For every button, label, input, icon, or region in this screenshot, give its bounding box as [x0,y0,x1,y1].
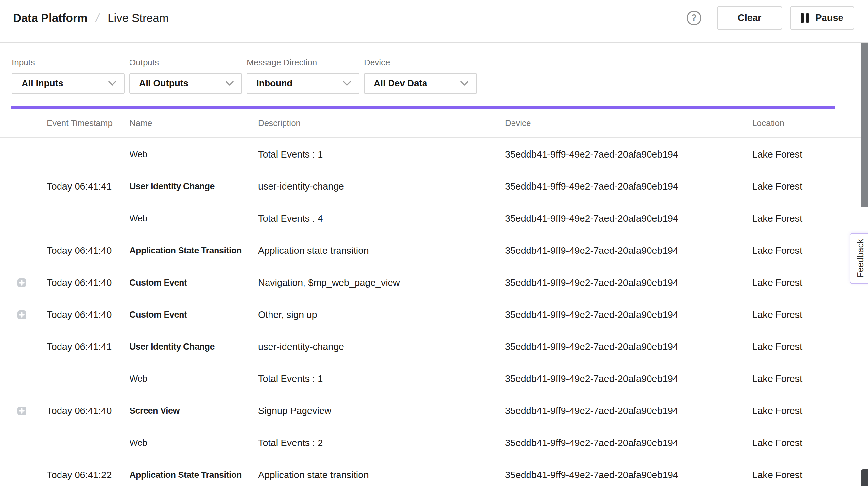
event-name: Application State Transition [129,470,258,480]
event-name: Custom Event [129,278,258,288]
table-row[interactable]: Today 06:41:40 Custom Event Other, sign … [0,299,868,331]
expand-cell [0,406,47,415]
vertical-scrollbar-thumb[interactable] [862,43,868,207]
event-description: Total Events : 4 [258,213,505,224]
filter-group: Message Direction Inbound [247,58,360,94]
event-name: Web [129,214,258,224]
event-device: 35eddb41-9ff9-49e2-7aed-20afa90eb194 [505,405,752,416]
help-icon[interactable]: ? [687,11,701,25]
event-device: 35eddb41-9ff9-49e2-7aed-20afa90eb194 [505,341,752,352]
table-row[interactable]: Today 06:41:40 Custom Event Navigation, … [0,267,868,299]
event-name: User Identity Change [129,182,258,192]
filter-label: Device [364,58,477,68]
filter-selected-value: All Dev Data [374,78,427,89]
chevron-down-icon [226,81,234,86]
table-row[interactable]: Web Total Events : 1 35eddb41-9ff9-49e2-… [0,138,868,171]
filter-group: Device All Dev Data [364,58,477,94]
expand-cell [0,278,47,287]
page-title: Live Stream [107,11,169,25]
event-description: Other, sign up [258,309,505,320]
breadcrumb-section[interactable]: Data Platform [13,11,88,25]
filters-row: Inputs All Inputs Outputs All Outputs Me… [0,42,868,94]
event-device: 35eddb41-9ff9-49e2-7aed-20afa90eb194 [505,213,752,224]
column-header-description: Description [258,118,505,128]
column-header-name: Name [129,118,258,128]
event-timestamp: Today 06:41:41 [47,181,129,192]
event-description: user-identity-change [258,341,505,352]
column-header-event-timestamp: Event Timestamp [47,118,129,128]
filter-group: Outputs All Outputs [129,58,242,94]
event-location: Lake Forest [752,437,868,448]
event-location: Lake Forest [752,405,868,416]
event-location: Lake Forest [752,213,868,224]
filter-dropdown-device[interactable]: All Dev Data [364,73,477,94]
filter-dropdown-outputs[interactable]: All Outputs [129,73,242,94]
event-description: Total Events : 1 [258,149,505,160]
event-timestamp: Today 06:41:40 [47,245,129,256]
event-timestamp: Today 06:41:40 [47,309,129,320]
clear-button[interactable]: Clear [717,6,782,30]
event-description: Application state transition [258,469,505,481]
filter-label: Message Direction [247,58,360,68]
event-timestamp: Today 06:41:22 [47,469,129,481]
chevron-down-icon [461,81,468,86]
column-header-device: Device [505,118,752,128]
topbar: Data Platform / Live Stream ? Clear Paus… [0,0,868,42]
table-header-row: Event TimestampNameDescriptionDeviceLoca… [0,109,868,138]
filter-dropdown-message-direction[interactable]: Inbound [247,73,360,94]
breadcrumb-separator: / [95,11,100,24]
event-location: Lake Forest [752,469,868,481]
event-description: Navigation, $mp_web_page_view [258,277,505,288]
table-row[interactable]: Web Total Events : 2 35eddb41-9ff9-49e2-… [0,427,868,459]
event-timestamp: Today 06:41:40 [47,277,129,288]
filter-label: Outputs [129,58,242,68]
event-device: 35eddb41-9ff9-49e2-7aed-20afa90eb194 [505,277,752,288]
chevron-down-icon [343,81,351,86]
event-name: Web [129,438,258,448]
feedback-tab[interactable]: Feedback [850,233,868,284]
event-timestamp: Today 06:41:40 [47,405,129,416]
expand-icon[interactable] [17,278,26,287]
event-location: Lake Forest [752,181,868,192]
event-device: 35eddb41-9ff9-49e2-7aed-20afa90eb194 [505,309,752,320]
event-location: Lake Forest [752,373,868,384]
pause-button-label: Pause [815,12,843,23]
pause-icon [801,13,809,23]
table-row[interactable]: Today 06:41:41 User Identity Change user… [0,171,868,203]
filter-selected-value: Inbound [256,78,292,89]
event-device: 35eddb41-9ff9-49e2-7aed-20afa90eb194 [505,149,752,160]
column-header-location: Location [752,118,868,128]
breadcrumb: Data Platform / Live Stream [13,11,169,25]
filter-group: Inputs All Inputs [12,58,125,94]
event-name: Screen View [129,406,258,416]
expand-cell [0,310,47,319]
table-row[interactable]: Today 06:41:40 Screen View Signup Pagevi… [0,395,868,427]
event-name: Custom Event [129,310,258,320]
table-row[interactable]: Today 06:41:22 Application State Transit… [0,459,868,486]
topbar-actions: ? Clear Pause [687,6,854,30]
corner-widget[interactable] [861,469,868,486]
event-name: Application State Transition [129,246,258,256]
event-description: Application state transition [258,245,505,256]
table-row[interactable]: Web Total Events : 4 35eddb41-9ff9-49e2-… [0,203,868,235]
event-device: 35eddb41-9ff9-49e2-7aed-20afa90eb194 [505,437,752,448]
event-name: Web [129,374,258,384]
event-description: Signup Pageview [258,405,505,416]
live-stream-table: Event TimestampNameDescriptionDeviceLoca… [0,109,868,486]
accent-bar [11,105,835,109]
event-location: Lake Forest [752,309,868,320]
event-location: Lake Forest [752,341,868,352]
event-description: Total Events : 1 [258,373,505,384]
table-row[interactable]: Today 06:41:40 Application State Transit… [0,235,868,267]
filter-selected-value: All Inputs [22,78,63,89]
pause-button[interactable]: Pause [790,6,854,30]
event-timestamp: Today 06:41:41 [47,341,129,352]
table-row[interactable]: Web Total Events : 1 35eddb41-9ff9-49e2-… [0,363,868,395]
table-row[interactable]: Today 06:41:41 User Identity Change user… [0,331,868,363]
event-description: user-identity-change [258,181,505,192]
event-description: Total Events : 2 [258,437,505,448]
expand-icon[interactable] [17,310,26,319]
event-device: 35eddb41-9ff9-49e2-7aed-20afa90eb194 [505,373,752,384]
filter-dropdown-inputs[interactable]: All Inputs [12,73,125,94]
expand-icon[interactable] [17,406,26,415]
